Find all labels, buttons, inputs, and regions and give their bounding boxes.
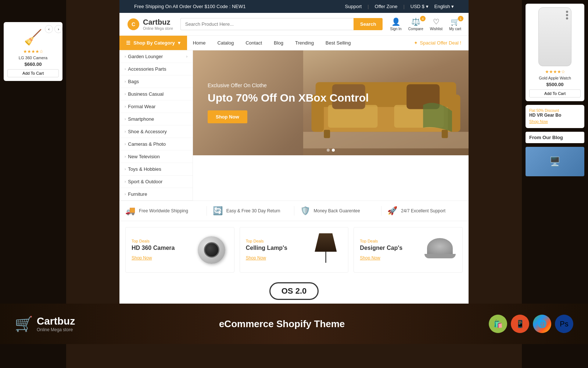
side-price-right: $500.00 <box>529 82 581 87</box>
cap-card-text: Top Deals Designer Cap's Shop Now <box>360 239 402 261</box>
side-product-name-right: Gold Apple Watch <box>529 76 581 80</box>
nav-home[interactable]: Home <box>187 36 212 50</box>
os-badge-area: OS 2.0 <box>119 279 469 304</box>
nav-contact[interactable]: Contact <box>240 36 268 50</box>
lamp-tag: Top Deals <box>246 239 287 243</box>
feature-return: 🔄 Easy & Free 30 Day Return <box>207 206 294 216</box>
blog-title: From Our Blog <box>529 135 581 140</box>
category-cameras-photo[interactable]: ›Cameras & Photo <box>119 138 193 151</box>
category-garden-lounger[interactable]: ›Garden Lounger › <box>119 50 193 63</box>
vr-card: Flat 50% Discount HD VR Gear Bo Shop Now <box>526 105 584 128</box>
lamp-img <box>309 233 342 266</box>
category-shoe-accessory[interactable]: ›Shoe & Accessory <box>119 125 193 138</box>
side-add-to-cart-right[interactable]: Add To Cart <box>529 89 581 98</box>
search-bar: Search <box>180 18 383 30</box>
currency-selector[interactable]: USD $ ▾ <box>410 4 429 9</box>
compare-label: Compare <box>408 27 423 31</box>
nav-trending[interactable]: Trending <box>289 36 320 50</box>
bottom-section: OS 2.0 🛒 Cartbuz Online Mega store eComm… <box>0 279 588 344</box>
logo[interactable]: C Cartbuz Online Mega store <box>127 18 173 31</box>
special-offer[interactable]: ✦ Spacial Offer Deal ! <box>406 36 469 50</box>
bottom-tagline: eCommerce Shopify Theme <box>75 318 489 330</box>
category-smartphone[interactable]: ›Smartphone <box>119 113 193 125</box>
category-formal-wear[interactable]: ›Formal Wear <box>119 100 193 113</box>
separator1: | <box>368 4 369 9</box>
blog-img: 🖥️ <box>526 147 584 176</box>
hero-title: Upto 70% Off On XBox Control <box>208 91 369 105</box>
support-link[interactable]: Support <box>345 4 362 9</box>
nav-blog[interactable]: Blog <box>268 36 289 50</box>
announcement-bar: Free Shipping On All Order Over $100 Cod… <box>119 0 469 13</box>
brand-name: Cartbuz <box>37 315 75 327</box>
category-sidebar: ›Garden Lounger › ›Accessories Parts ›Ba… <box>119 50 193 201</box>
product-card-lamp: Top Deals Celling Lamp's Shop Now <box>240 227 349 273</box>
shopify-icon[interactable]: 🛍️ <box>489 315 507 333</box>
blog-section: From Our Blog <box>526 132 584 143</box>
nav-catalog[interactable]: Catalog <box>211 36 240 50</box>
lamp-card-text: Top Deals Celling Lamp's Shop Now <box>246 239 287 261</box>
side-product-name-left: LG 360 Camera <box>7 56 59 60</box>
compare-btn[interactable]: 4 ⚖️ Compare <box>408 17 423 31</box>
cap-shape <box>424 238 456 262</box>
cap-brim <box>424 254 456 258</box>
search-input[interactable] <box>180 18 354 30</box>
lamp-shape <box>315 233 337 266</box>
category-bags[interactable]: ›Bags <box>119 75 193 88</box>
compare-icon: ⚖️ <box>411 17 420 26</box>
category-furniture[interactable]: ›Furniture <box>119 188 193 201</box>
bottom-logo: 🛒 Cartbuz Online Mega store <box>15 315 75 333</box>
category-business-casual[interactable]: ›Business Casual <box>119 88 193 100</box>
return-icon: 🔄 <box>213 206 223 216</box>
hero-shop-now-btn[interactable]: Shop Now <box>208 110 247 123</box>
category-toys-hobbies[interactable]: ›Toys & Hobbies <box>119 163 193 176</box>
cap-shop-now[interactable]: Shop Now <box>360 255 380 261</box>
bottom-icons: 🛍️ 📱 🌐 Ps <box>489 315 573 333</box>
side-add-to-cart-left[interactable]: Add To Cart <box>7 69 59 77</box>
nav-best-selling[interactable]: Best Selling <box>320 36 357 50</box>
svg-rect-8 <box>442 130 448 138</box>
hero-subtitle: Exclusive Offer On Clothe <box>208 82 369 88</box>
slider-dots <box>327 149 335 152</box>
feature-money-back: 🛡️ Money Back Guarentee <box>294 206 382 216</box>
vr-shop-now[interactable]: Shop Now <box>529 119 548 124</box>
dot-1[interactable] <box>327 149 330 152</box>
offer-zone-link[interactable]: Offer Zone <box>375 4 398 9</box>
separator2: | <box>403 4 404 9</box>
lamp-rod <box>325 252 326 263</box>
camera-shop-now[interactable]: Shop Now <box>132 255 152 261</box>
star-icon: ✦ <box>414 40 418 46</box>
sign-in-label: Sign In <box>390 27 401 31</box>
multilang-icon[interactable]: 🌐 <box>533 315 551 333</box>
slider-nav[interactable]: ‹ › <box>45 25 62 33</box>
svg-text:C: C <box>132 21 135 27</box>
shop-by-category-btn[interactable]: ☰ Shop By Category ▾ <box>119 36 187 50</box>
category-accessories-parts[interactable]: ›Accessories Parts <box>119 63 193 75</box>
cap-tag: Top Deals <box>360 239 402 243</box>
vr-title: HD VR Gear Bo <box>529 113 581 118</box>
next-arrow[interactable]: › <box>54 25 62 33</box>
sign-in-btn[interactable]: 👤 Sign In <box>390 17 401 31</box>
side-stars-right: ★★★★☆ <box>529 69 581 74</box>
lamp-shop-now[interactable]: Shop Now <box>246 255 266 261</box>
language-selector[interactable]: English ▾ <box>434 4 454 9</box>
rocket-icon: 🚀 <box>387 206 397 216</box>
feature-money-back-text: Money Back Guarentee <box>314 208 360 213</box>
prev-arrow[interactable]: ‹ <box>45 25 53 33</box>
photoshop-icon[interactable]: Ps <box>555 315 573 333</box>
category-new-television[interactable]: ›New Television <box>119 151 193 163</box>
category-sport-outdoor[interactable]: ›Sport & Outdoor <box>119 176 193 188</box>
bottom-logo-text: Cartbuz Online Mega store <box>37 315 75 332</box>
lamp-shade <box>315 233 337 252</box>
camera-lens <box>204 242 219 258</box>
wishlist-btn[interactable]: ♡ Wishlist <box>430 17 442 31</box>
cart-btn[interactable]: 1 🛒 My cart <box>449 17 461 31</box>
vr-tag: Flat 50% Discount <box>529 109 581 113</box>
dot-2[interactable] <box>332 149 335 152</box>
responsive-icon[interactable]: 📱 <box>511 315 529 333</box>
features-bar: 🚚 Free Worldwide Shipping 🔄 Easy & Free … <box>119 201 469 221</box>
shield-icon: 🛡️ <box>300 206 310 216</box>
cap-name: Designer Cap's <box>360 245 402 251</box>
logo-icon: C <box>127 18 140 31</box>
feature-return-text: Easy & Free 30 Day Return <box>226 208 280 213</box>
search-button[interactable]: Search <box>354 18 383 30</box>
